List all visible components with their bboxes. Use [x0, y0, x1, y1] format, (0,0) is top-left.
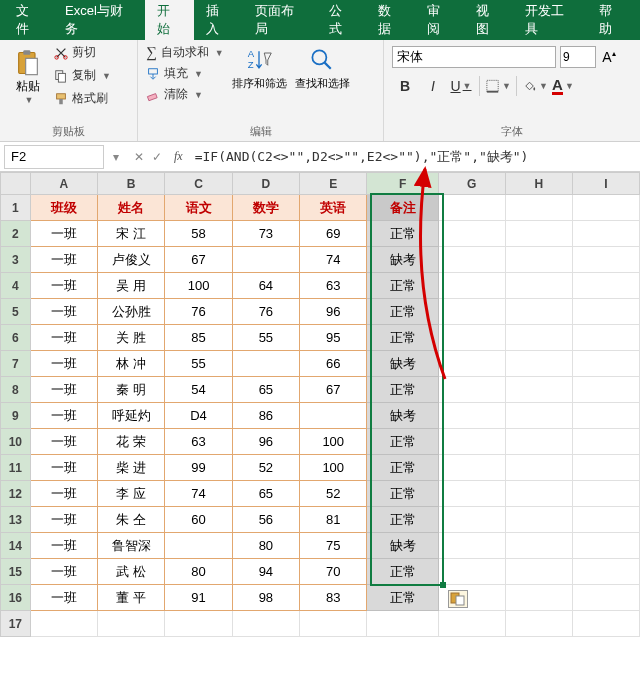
col-head-I[interactable]: I: [572, 173, 639, 195]
cell-B16[interactable]: 董 平: [98, 585, 165, 611]
row-head-2[interactable]: 2: [1, 221, 31, 247]
italic-button[interactable]: I: [420, 74, 446, 98]
cell-D2[interactable]: 73: [232, 221, 299, 247]
cell-H1[interactable]: [505, 195, 572, 221]
cell-E9[interactable]: [300, 403, 367, 429]
font-name-select[interactable]: [392, 46, 556, 68]
cell-D5[interactable]: 76: [232, 299, 299, 325]
cell-H10[interactable]: [505, 429, 572, 455]
cell-G12[interactable]: [438, 481, 505, 507]
cell-E11[interactable]: 100: [300, 455, 367, 481]
cell-I1[interactable]: [572, 195, 639, 221]
cell-C2[interactable]: 58: [165, 221, 232, 247]
row-head-3[interactable]: 3: [1, 247, 31, 273]
cell-H6[interactable]: [505, 325, 572, 351]
cell-B15[interactable]: 武 松: [98, 559, 165, 585]
cell-G3[interactable]: [438, 247, 505, 273]
cell-H5[interactable]: [505, 299, 572, 325]
cell-D17[interactable]: [232, 611, 299, 637]
cell-D14[interactable]: 80: [232, 533, 299, 559]
cell-H3[interactable]: [505, 247, 572, 273]
cell-A15[interactable]: 一班: [30, 559, 97, 585]
cell-C11[interactable]: 99: [165, 455, 232, 481]
cell-B8[interactable]: 秦 明: [98, 377, 165, 403]
cell-I9[interactable]: [572, 403, 639, 429]
cell-I2[interactable]: [572, 221, 639, 247]
cell-E10[interactable]: 100: [300, 429, 367, 455]
row-head-5[interactable]: 5: [1, 299, 31, 325]
cell-H13[interactable]: [505, 507, 572, 533]
row-head-17[interactable]: 17: [1, 611, 31, 637]
cell-D11[interactable]: 52: [232, 455, 299, 481]
find-select-button[interactable]: 查找和选择: [295, 44, 350, 91]
cell-D15[interactable]: 94: [232, 559, 299, 585]
cell-H16[interactable]: [505, 585, 572, 611]
cell-A6[interactable]: 一班: [30, 325, 97, 351]
cell-H2[interactable]: [505, 221, 572, 247]
col-head-D[interactable]: D: [232, 173, 299, 195]
increase-font-button[interactable]: A▴: [600, 47, 618, 67]
cell-F13[interactable]: 正常: [367, 507, 438, 533]
cell-C14[interactable]: [165, 533, 232, 559]
row-head-16[interactable]: 16: [1, 585, 31, 611]
cell-D8[interactable]: 65: [232, 377, 299, 403]
bold-button[interactable]: B: [392, 74, 418, 98]
cell-D10[interactable]: 96: [232, 429, 299, 455]
cell-G1[interactable]: [438, 195, 505, 221]
cell-D13[interactable]: 56: [232, 507, 299, 533]
cell-F4[interactable]: 正常: [367, 273, 438, 299]
cell-B3[interactable]: 卢俊义: [98, 247, 165, 273]
cell-F14[interactable]: 缺考: [367, 533, 438, 559]
cell-F9[interactable]: 缺考: [367, 403, 438, 429]
col-head-C[interactable]: C: [165, 173, 232, 195]
cell-F6[interactable]: 正常: [367, 325, 438, 351]
name-box[interactable]: F2: [4, 145, 104, 169]
cell-A12[interactable]: 一班: [30, 481, 97, 507]
cell-C7[interactable]: 55: [165, 351, 232, 377]
cell-E5[interactable]: 96: [300, 299, 367, 325]
cell-B10[interactable]: 花 荣: [98, 429, 165, 455]
sort-filter-button[interactable]: AZ 排序和筛选: [232, 44, 287, 91]
row-head-10[interactable]: 10: [1, 429, 31, 455]
row-head-12[interactable]: 12: [1, 481, 31, 507]
cell-A3[interactable]: 一班: [30, 247, 97, 273]
cell-A13[interactable]: 一班: [30, 507, 97, 533]
cell-D16[interactable]: 98: [232, 585, 299, 611]
cell-F10[interactable]: 正常: [367, 429, 438, 455]
cell-E4[interactable]: 63: [300, 273, 367, 299]
cell-A11[interactable]: 一班: [30, 455, 97, 481]
cell-G9[interactable]: [438, 403, 505, 429]
cell-I14[interactable]: [572, 533, 639, 559]
row-head-9[interactable]: 9: [1, 403, 31, 429]
col-head-F[interactable]: F: [367, 173, 438, 195]
name-box-dropdown[interactable]: ▾: [108, 150, 124, 164]
cell-G7[interactable]: [438, 351, 505, 377]
cell-C10[interactable]: 63: [165, 429, 232, 455]
cell-F2[interactable]: 正常: [367, 221, 438, 247]
cell-C13[interactable]: 60: [165, 507, 232, 533]
cell-H4[interactable]: [505, 273, 572, 299]
cell-F16[interactable]: 正常: [367, 585, 438, 611]
cell-E17[interactable]: [300, 611, 367, 637]
cell-D7[interactable]: [232, 351, 299, 377]
border-button[interactable]: ▼: [485, 74, 511, 98]
cell-B4[interactable]: 吴 用: [98, 273, 165, 299]
cell-A14[interactable]: 一班: [30, 533, 97, 559]
cell-I15[interactable]: [572, 559, 639, 585]
cell-A4[interactable]: 一班: [30, 273, 97, 299]
cell-H11[interactable]: [505, 455, 572, 481]
fill-button[interactable]: 填充▼: [146, 65, 224, 82]
cell-F17[interactable]: [367, 611, 438, 637]
font-color-button[interactable]: A▼: [550, 74, 576, 98]
cell-A5[interactable]: 一班: [30, 299, 97, 325]
cell-B7[interactable]: 林 冲: [98, 351, 165, 377]
cell-F11[interactable]: 正常: [367, 455, 438, 481]
selection-handle[interactable]: [440, 582, 446, 588]
cell-D3[interactable]: [232, 247, 299, 273]
col-head-H[interactable]: H: [505, 173, 572, 195]
cell-F12[interactable]: 正常: [367, 481, 438, 507]
cell-G8[interactable]: [438, 377, 505, 403]
autosum-button[interactable]: ∑自动求和▼: [146, 44, 224, 61]
cell-A10[interactable]: 一班: [30, 429, 97, 455]
cell-I10[interactable]: [572, 429, 639, 455]
